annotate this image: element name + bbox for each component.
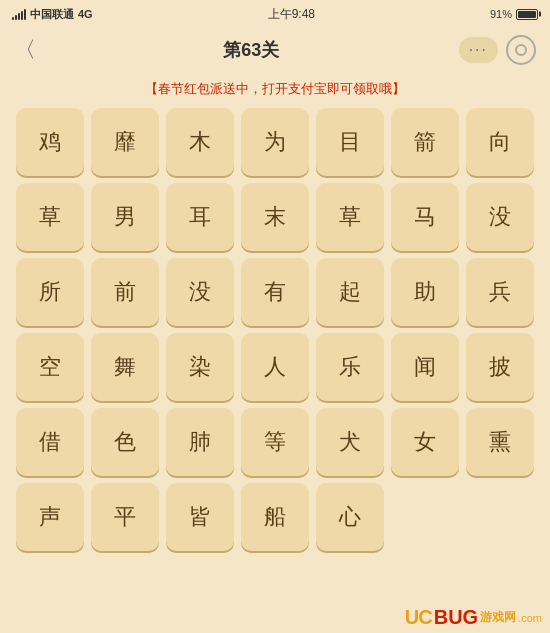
wm-com: .com	[518, 612, 542, 624]
char-tile-21[interactable]: 空	[16, 333, 84, 401]
char-tile-22[interactable]: 舞	[91, 333, 159, 401]
char-tile-15[interactable]: 前	[91, 258, 159, 326]
char-tile-0[interactable]: 鸡	[16, 108, 84, 176]
char-tile-42	[16, 558, 84, 626]
char-tile-31[interactable]: 等	[241, 408, 309, 476]
char-tile-9[interactable]: 耳	[166, 183, 234, 251]
char-tile-2[interactable]: 木	[166, 108, 234, 176]
char-tile-7[interactable]: 草	[16, 183, 84, 251]
battery-icon	[516, 9, 538, 20]
char-tile-17[interactable]: 有	[241, 258, 309, 326]
char-tile-36[interactable]: 平	[91, 483, 159, 551]
character-grid: 鸡靡木为目箭向草男耳末草马没所前没有起助兵空舞染人乐闻披借色肺等犬女熏声平皆船心	[0, 102, 550, 632]
char-tile-19[interactable]: 助	[391, 258, 459, 326]
char-tile-13[interactable]: 没	[466, 183, 534, 251]
char-tile-20[interactable]: 兵	[466, 258, 534, 326]
char-tile-37[interactable]: 皆	[166, 483, 234, 551]
wm-bug: BUG	[434, 606, 478, 629]
char-tile-28[interactable]: 借	[16, 408, 84, 476]
char-tile-34[interactable]: 熏	[466, 408, 534, 476]
char-tile-24[interactable]: 人	[241, 333, 309, 401]
nav-actions: ···	[459, 35, 536, 65]
wm-game: 游戏网	[480, 609, 516, 626]
status-bar: 中国联通 4G 上午9:48 91%	[0, 0, 550, 28]
char-tile-40	[391, 483, 459, 551]
battery-percent: 91%	[490, 8, 512, 20]
wm-uc: UC	[405, 606, 432, 629]
char-tile-6[interactable]: 向	[466, 108, 534, 176]
char-tile-25[interactable]: 乐	[316, 333, 384, 401]
char-tile-41	[466, 483, 534, 551]
watermark: UC BUG 游戏网 .com	[405, 606, 542, 629]
network-type: 4G	[78, 8, 93, 20]
char-tile-38[interactable]: 船	[241, 483, 309, 551]
char-tile-14[interactable]: 所	[16, 258, 84, 326]
char-tile-39[interactable]: 心	[316, 483, 384, 551]
char-tile-3[interactable]: 为	[241, 108, 309, 176]
char-tile-32[interactable]: 犬	[316, 408, 384, 476]
char-tile-26[interactable]: 闻	[391, 333, 459, 401]
back-button[interactable]: 〈	[14, 35, 44, 65]
top-navigation: 〈 第63关 ···	[0, 28, 550, 72]
char-tile-27[interactable]: 披	[466, 333, 534, 401]
more-options-button[interactable]: ···	[459, 37, 498, 63]
char-tile-16[interactable]: 没	[166, 258, 234, 326]
char-tile-1[interactable]: 靡	[91, 108, 159, 176]
char-tile-23[interactable]: 染	[166, 333, 234, 401]
char-tile-29[interactable]: 色	[91, 408, 159, 476]
carrier-info: 中国联通 4G	[12, 7, 93, 22]
status-time: 上午9:48	[268, 6, 315, 23]
char-tile-5[interactable]: 箭	[391, 108, 459, 176]
char-tile-10[interactable]: 末	[241, 183, 309, 251]
status-indicators: 91%	[490, 8, 538, 20]
signal-icon	[12, 8, 26, 20]
char-tile-35[interactable]: 声	[16, 483, 84, 551]
char-tile-8[interactable]: 男	[91, 183, 159, 251]
char-tile-18[interactable]: 起	[316, 258, 384, 326]
char-tile-30[interactable]: 肺	[166, 408, 234, 476]
carrier-name: 中国联通	[30, 7, 74, 22]
promo-banner: 【春节红包派送中，打开支付宝即可领取哦】	[0, 72, 550, 102]
char-tile-11[interactable]: 草	[316, 183, 384, 251]
char-tile-4[interactable]: 目	[316, 108, 384, 176]
page-title: 第63关	[223, 38, 279, 62]
char-tile-33[interactable]: 女	[391, 408, 459, 476]
char-tile-12[interactable]: 马	[391, 183, 459, 251]
target-icon[interactable]	[506, 35, 536, 65]
